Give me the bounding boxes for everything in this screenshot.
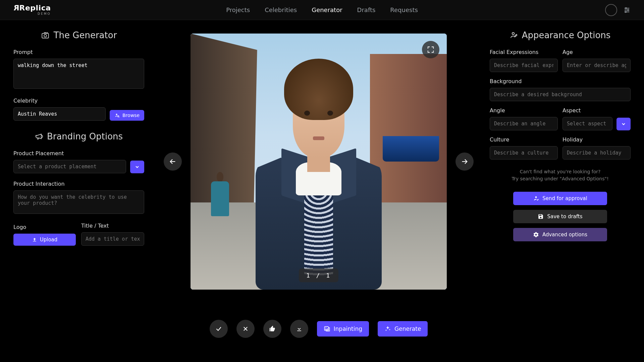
primary-nav: Projects Celebrities Generator Drafts Re… [226,6,418,13]
check-icon [215,325,222,332]
chevron-down-icon [621,121,626,127]
branding-section-title: Branding Options [13,131,144,141]
gear-icon [533,232,539,238]
upload-icon [32,237,37,242]
age-input[interactable] [562,59,631,72]
camera-icon [41,31,50,40]
product-placement-input[interactable] [13,160,126,173]
logo-label: Logo [13,224,76,230]
appearance-section-title: Appearance Options [490,30,631,40]
svg-point-9 [117,116,119,117]
product-placement-dropdown-button[interactable] [130,161,144,173]
generator-section-title: The Generator [13,30,144,40]
nav-drafts[interactable]: Drafts [357,6,376,13]
celebrity-input[interactable] [13,107,106,121]
image-pager: 1 / 1 [299,268,338,282]
culture-label: Culture [490,136,558,143]
svg-point-4 [628,9,629,11]
facial-expressions-label: Facial Expressions [490,49,558,55]
svg-point-3 [625,7,627,9]
download-icon [296,325,303,332]
save-to-drafts-button[interactable]: Save to drafts [513,210,607,223]
close-icon [243,326,249,332]
inpainting-icon [324,325,330,332]
age-label: Age [562,49,631,55]
settings-tune-icon[interactable] [623,6,631,14]
aspect-dropdown-button[interactable] [616,118,631,130]
holiday-input[interactable] [562,146,631,160]
celebrity-label: Celebrity [13,98,144,104]
background-label: Background [490,78,631,84]
angle-label: Angle [490,107,558,114]
nav-generator[interactable]: Generator [312,6,342,13]
bottom-action-bar: Inpainting Generate [210,320,428,338]
download-button[interactable] [290,320,308,338]
like-button[interactable] [263,320,281,338]
product-interaction-label: Product Interaction [13,181,144,187]
illustrative-scene [191,34,447,290]
nav-projects[interactable]: Projects [226,6,250,13]
svg-rect-6 [42,34,49,38]
title-text-label: Title / Text [81,223,144,229]
expand-image-button[interactable] [422,41,439,58]
nav-celebrities[interactable]: Celebrities [265,6,297,13]
inpainting-button[interactable]: Inpainting [317,321,369,337]
advanced-options-button[interactable]: Advanced options [513,228,607,241]
thumbs-up-icon [269,325,276,332]
chevron-down-icon [135,164,140,170]
reject-button[interactable] [236,320,255,338]
previous-image-button[interactable] [164,153,182,171]
product-placement-label: Product Placement [13,150,144,157]
fullscreen-icon [427,46,434,53]
arrow-left-icon [169,158,176,165]
svg-point-17 [512,33,514,35]
svg-point-18 [535,196,537,198]
user-avatar[interactable] [605,4,617,16]
svg-line-10 [119,117,119,117]
prompt-input[interactable] [13,59,144,89]
generated-image-preview: 1 / 1 [191,34,447,290]
arrow-right-icon [461,158,468,165]
angle-input[interactable] [490,117,558,130]
aspect-input[interactable] [562,117,612,130]
right-panel: Appearance Options Facial Expressions Ag… [480,20,644,362]
megaphone-icon [35,132,43,140]
upload-logo-button[interactable]: Upload [13,234,76,246]
title-text-input[interactable] [81,232,144,246]
app-header: RReplica DEMO Projects Celebrities Gener… [0,0,644,20]
save-icon [538,214,544,220]
aspect-label: Aspect [562,107,631,114]
svg-point-16 [325,327,326,328]
brand-logo: RReplica DEMO [13,4,51,15]
holiday-label: Holiday [562,136,631,143]
next-image-button[interactable] [455,153,474,171]
person-search-icon [114,113,120,118]
send-for-approval-button[interactable]: Send for approval [513,192,607,205]
nav-requests[interactable]: Requests [390,6,418,13]
center-panel: 1 / 1 Inpainting Generate [158,20,480,362]
accept-button[interactable] [210,320,228,338]
background-input[interactable] [490,88,631,101]
prompt-label: Prompt [13,49,144,55]
svg-point-7 [44,35,47,37]
svg-point-5 [625,11,627,12]
sparkle-icon [384,325,391,332]
advanced-options-hint: Can't find what you're looking for? Try … [490,168,631,182]
culture-input[interactable] [490,146,558,160]
generate-button[interactable]: Generate [378,321,428,337]
browse-button[interactable]: Browse [110,110,144,121]
approval-icon [533,195,539,201]
svg-point-8 [116,114,117,115]
facial-expressions-input[interactable] [490,59,558,72]
left-panel: The Generator Prompt Celebrity Browse [0,20,158,362]
product-interaction-input[interactable] [13,190,144,214]
person-edit-icon [510,31,518,39]
